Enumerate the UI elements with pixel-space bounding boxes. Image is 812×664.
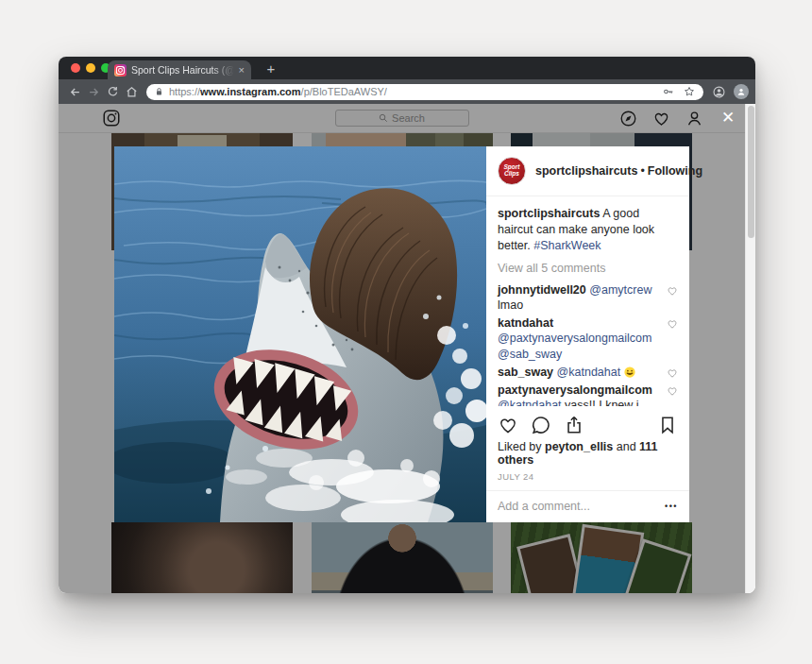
comment-username[interactable]: katndahat bbox=[498, 316, 553, 330]
share-icon[interactable] bbox=[564, 415, 584, 435]
browser-avatar-button[interactable] bbox=[734, 84, 749, 99]
home-button[interactable] bbox=[122, 82, 141, 101]
post-username[interactable]: sportclipshaircuts bbox=[535, 164, 637, 178]
new-tab-button[interactable]: + bbox=[261, 60, 281, 79]
comment-like-icon[interactable] bbox=[667, 318, 678, 330]
bookmark-star-icon[interactable] bbox=[683, 85, 696, 98]
comment-like-icon[interactable] bbox=[667, 367, 678, 379]
post-actions bbox=[498, 406, 678, 440]
comment-row: katndahat @paxtynaverysalongmailcom @sab… bbox=[498, 315, 678, 362]
shark-with-hair-image bbox=[114, 146, 486, 522]
comment-like-icon[interactable] bbox=[667, 285, 678, 297]
liked-by-line: Liked by peyton_ellis and 111 others bbox=[498, 440, 678, 467]
comments-list: johnnytidwell20 @amytcrew lmaokatndahat … bbox=[498, 282, 678, 407]
post-modal: Sport Clips sportclipshaircuts•Following… bbox=[114, 146, 689, 522]
add-comment-row: Add a comment... ••• bbox=[486, 490, 689, 522]
comment-username[interactable]: johnnytidwell20 bbox=[498, 283, 586, 297]
post-user-line: sportclipshaircuts•Following bbox=[535, 164, 702, 178]
browser-toolbar: https://www.instagram.com/p/BloTEDaAWSY/ bbox=[59, 79, 755, 104]
comment-row: johnnytidwell20 @amytcrew lmao bbox=[498, 282, 678, 314]
post-date: JULY 24 bbox=[498, 471, 678, 482]
profile-icon[interactable] bbox=[709, 82, 728, 101]
bookmark-save-icon[interactable] bbox=[657, 415, 678, 435]
post-photo[interactable] bbox=[114, 146, 486, 522]
mention-link[interactable]: @sab_sway bbox=[498, 348, 562, 361]
mention-link[interactable]: @katndahat bbox=[498, 399, 562, 406]
mention-link[interactable]: @katndahat bbox=[557, 366, 621, 379]
titlebar[interactable]: Sport Clips Haircuts (@sportcli × + bbox=[59, 57, 755, 79]
post-caption: sportclipshaircuts A good haircut can ma… bbox=[498, 206, 678, 254]
url-bar[interactable]: https://www.instagram.com/p/BloTEDaAWSY/ bbox=[146, 84, 703, 100]
following-button[interactable]: Following bbox=[648, 164, 702, 178]
comment-row: paxtynaverysalongmailcom @katndahat yass… bbox=[498, 383, 678, 406]
comment-like-icon[interactable] bbox=[667, 385, 678, 397]
hashtag-link[interactable]: #SharkWeek bbox=[533, 239, 601, 252]
liker-username[interactable]: peyton_ellis bbox=[545, 440, 613, 453]
close-modal-button[interactable]: ✕ bbox=[719, 106, 737, 130]
comment-row: sab_sway @katndahat bbox=[498, 365, 678, 380]
comment-username[interactable]: sab_sway bbox=[498, 366, 553, 379]
minimize-window-button[interactable] bbox=[86, 63, 95, 73]
browser-tab[interactable]: Sport Clips Haircuts (@sportcli × bbox=[108, 60, 251, 79]
add-comment-input[interactable]: Add a comment... bbox=[498, 500, 590, 513]
mention-link[interactable]: @amytcrew bbox=[589, 283, 651, 297]
tab-title: Sport Clips Haircuts (@sportcli bbox=[131, 64, 234, 76]
comment-username[interactable]: paxtynaverysalongmailcom bbox=[498, 383, 652, 397]
close-window-button[interactable] bbox=[71, 63, 80, 73]
view-all-comments-link[interactable]: View all 5 comments bbox=[498, 261, 678, 277]
post-avatar[interactable]: Sport Clips bbox=[498, 157, 526, 185]
like-heart-icon[interactable] bbox=[498, 415, 518, 435]
laughing-emoji bbox=[624, 366, 635, 378]
back-button[interactable] bbox=[65, 82, 84, 101]
comment-bubble-icon[interactable] bbox=[531, 415, 551, 435]
caption-username[interactable]: sportclipshaircuts bbox=[498, 207, 600, 220]
scrollbar-thumb[interactable] bbox=[748, 106, 754, 238]
password-key-icon[interactable] bbox=[662, 85, 675, 98]
page-scrollbar[interactable] bbox=[745, 104, 755, 593]
browser-window: Sport Clips Haircuts (@sportcli × + http… bbox=[59, 57, 755, 593]
mention-link[interactable]: @paxtynaverysalongmailcom bbox=[498, 332, 651, 345]
traffic-lights bbox=[71, 63, 110, 73]
reload-button[interactable] bbox=[103, 82, 122, 101]
page-viewport: Search bbox=[59, 104, 755, 593]
more-options-button[interactable]: ••• bbox=[665, 502, 678, 511]
url-text: https://www.instagram.com/p/BloTEDaAWSY/ bbox=[169, 86, 387, 97]
comment-text: lmao bbox=[498, 298, 523, 312]
lock-icon bbox=[154, 86, 164, 97]
tab-close-icon[interactable]: × bbox=[239, 65, 245, 76]
forward-button[interactable] bbox=[84, 82, 103, 101]
instagram-favicon-icon bbox=[114, 64, 127, 77]
post-panel: Sport Clips sportclipshaircuts•Following… bbox=[486, 146, 689, 522]
